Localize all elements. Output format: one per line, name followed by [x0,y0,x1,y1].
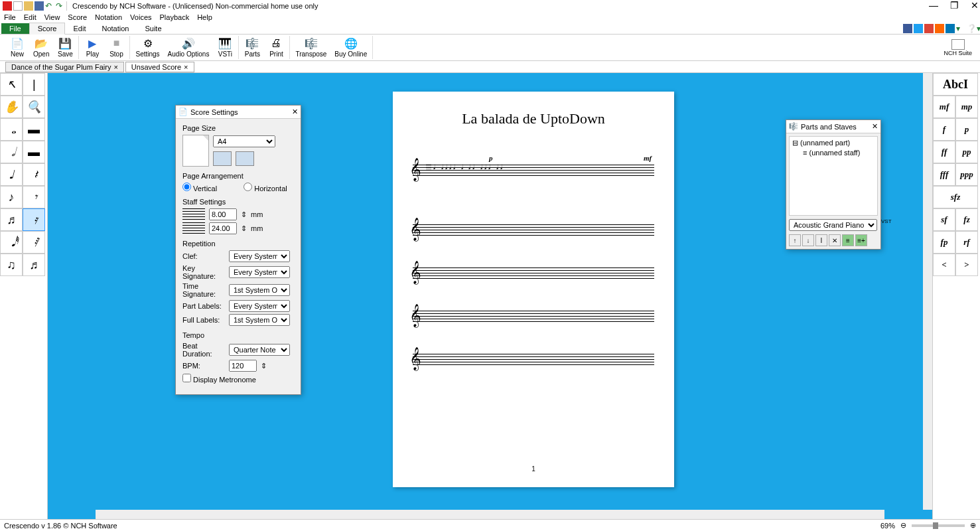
beat-duration-select[interactable]: Quarter Note [229,344,290,356]
decrescendo-tool[interactable]: > [955,254,978,276]
barline-tool[interactable]: | [23,73,45,96]
buy-online-button[interactable]: 🌐Buy Online [334,37,367,58]
dyn-ff[interactable]: ff [933,141,955,163]
whole-note-tool[interactable]: 𝅝 [0,118,23,141]
menu-notation[interactable]: Notation [95,13,122,21]
staff-5[interactable]: 𝄞 [413,354,654,367]
score-canvas[interactable]: La balada de UptoDown p mf 𝄞 𝄚♩ ♩♩♩♩ ♩ ♩… [48,73,932,519]
dialog-close-button[interactable]: ✕ [292,108,298,116]
dyn-fz[interactable]: fz [955,208,978,231]
zoom-value[interactable]: 69% [880,522,895,530]
parts-staves-dialog[interactable]: 🎼 Parts and Staves ✕ ⊟ (unnamed part) ≡ … [786,119,881,250]
score-page[interactable]: La balada de UptoDown p mf 𝄞 𝄚♩ ♩♩♩♩ ♩ ♩… [393,92,674,487]
menu-edit[interactable]: Edit [24,13,36,21]
page-size-select[interactable]: A4 [213,135,275,147]
pointer-tool[interactable]: ↖ [0,73,23,96]
clef-select[interactable]: Every System [229,250,290,262]
close-tab-icon[interactable]: × [184,63,188,71]
text-tool[interactable]: AbcI [933,73,978,96]
spinner-icon[interactable]: ⇕ [241,210,247,219]
instrument-select[interactable]: Acoustic Grand Piano [789,219,877,231]
qat-open-icon[interactable] [24,1,33,11]
vst-button[interactable]: VST [881,218,892,232]
close-tab-icon[interactable]: × [113,63,117,71]
staff-1[interactable]: 𝄞 𝄚♩ ♩♩♩♩ ♩ ♩♩ ♩♩♩ ♩♩ [413,165,654,178]
part-labels-select[interactable]: Every System [229,300,290,312]
menu-voices[interactable]: Voices [130,13,151,21]
vsti-button[interactable]: 🎹VSTi [217,37,233,58]
score-settings-dialog[interactable]: 📄 Score Settings ✕ Page Size A4 [175,105,301,395]
staff-gap-input[interactable] [209,222,237,234]
dyn-mp[interactable]: mp [955,96,978,118]
more-icon[interactable]: ▾ [956,24,965,33]
minimize-button[interactable]: — [929,0,938,11]
half-note-tool[interactable]: 𝅗𝅥 [0,141,23,163]
portrait-icon[interactable] [213,151,232,166]
eighth-note-tool[interactable]: ♪ [0,186,23,208]
qat-redo-icon[interactable]: ↷ [56,1,65,11]
half-rest-tool[interactable]: ▬ [23,141,45,163]
vertical-scrollbar[interactable] [923,73,932,510]
maximize-button[interactable]: ❐ [950,0,959,11]
menu-score[interactable]: Score [68,13,87,21]
hand-tool[interactable]: ✋ [0,96,23,118]
linkedin-icon[interactable] [945,24,955,33]
full-labels-select[interactable]: 1st System Only [229,314,290,326]
staff-2[interactable]: 𝄞 [413,224,654,238]
dyn-fff[interactable]: fff [933,163,955,186]
qat-new-icon[interactable] [13,1,23,11]
menu-view[interactable]: View [44,13,60,21]
crescendo-tool[interactable]: < [933,254,955,276]
move-down-button[interactable]: ↓ [802,234,814,246]
dyn-f[interactable]: f [933,118,955,141]
add-staff-button[interactable]: ≡ [842,234,854,246]
move-up-button[interactable]: ↑ [789,234,801,246]
dynamic-p[interactable]: p [489,154,493,162]
share-icon[interactable] [935,24,944,33]
qat-undo-icon[interactable]: ↶ [45,1,54,11]
menu-file[interactable]: File [4,13,16,21]
play-button[interactable]: ▶Play [84,37,100,58]
zoom-tool[interactable]: 🔍 [23,96,45,118]
dynamic-mf[interactable]: mf [644,154,652,162]
dyn-sfz[interactable]: sfz [933,186,978,208]
dyn-ppp[interactable]: ppp [955,163,978,186]
zoom-out-button[interactable]: ⊖ [900,521,906,530]
parts-tree[interactable]: ⊟ (unnamed part) ≡ (unnamed staff) [789,136,878,216]
sixteenth-note-tool[interactable]: ♬ [0,208,23,231]
dyn-rf[interactable]: rf [955,231,978,254]
add-part-button[interactable]: ≡+ [855,234,867,246]
google-icon[interactable] [924,24,934,33]
tab-score[interactable]: Score [29,23,66,35]
doc-tab-0[interactable]: Dance of the Sugar Plum Fairy× [5,62,124,72]
staff-3[interactable]: 𝄞 [413,267,654,281]
thirtysecond-note-tool[interactable]: 𝅘𝅥𝅰 [0,231,23,254]
vertical-radio[interactable]: Vertical [182,183,217,192]
print-button[interactable]: 🖨Print [268,37,284,58]
menu-help[interactable]: Help [197,13,212,21]
landscape-icon[interactable] [236,151,254,166]
staff-4[interactable]: 𝄞 [413,311,654,324]
beam-tool-2[interactable]: ♬ [23,254,45,276]
spinner-icon[interactable]: ⇕ [261,362,267,370]
help-icon[interactable]: ❔▾ [967,24,976,33]
stop-button[interactable]: ■Stop [108,37,124,58]
score-title[interactable]: La balada de UptoDown [393,110,674,127]
settings-button[interactable]: ⚙Settings [135,37,159,58]
dialog-close-button[interactable]: ✕ [872,122,878,131]
twitter-icon[interactable] [914,24,923,33]
whole-rest-tool[interactable]: ▬ [23,118,45,141]
save-button[interactable]: 💾Save [57,37,73,58]
audio-options-button[interactable]: 🔊Audio Options [168,37,210,58]
bpm-input[interactable] [229,360,257,372]
dyn-mf[interactable]: mf [933,96,955,118]
parts-button[interactable]: 🎼Parts [244,37,260,58]
dyn-sf[interactable]: sf [933,208,955,231]
beam-tool-1[interactable]: ♫ [0,254,23,276]
new-button[interactable]: 📄New [9,37,25,58]
tab-suite[interactable]: Suite [137,23,169,34]
tab-file[interactable]: File [1,23,29,34]
thirtysecond-rest-tool[interactable]: 𝅀 [23,231,45,254]
rename-button[interactable]: I [815,234,827,246]
delete-button[interactable]: ✕ [829,234,841,246]
